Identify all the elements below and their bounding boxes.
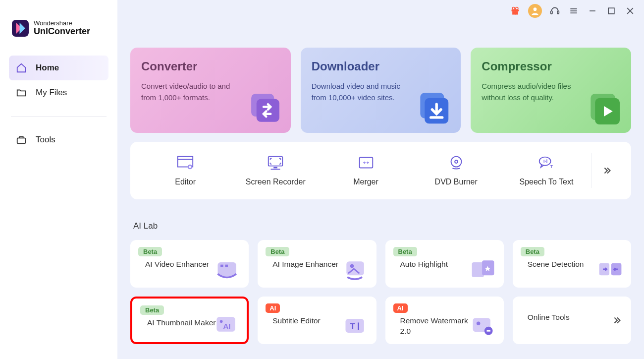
svg-point-6	[534, 7, 537, 11]
svg-point-51	[477, 322, 480, 325]
hero-title: Downloader	[312, 60, 450, 73]
support-icon[interactable]	[549, 5, 561, 17]
tool-merger[interactable]: Merger	[321, 155, 411, 186]
svg-text:T: T	[550, 164, 553, 169]
svg-point-32	[455, 160, 458, 163]
card-auto-highlight[interactable]: Beta Auto Highlight	[385, 240, 504, 288]
hero-title: Compressor	[482, 60, 620, 73]
card-title: AI Image Enhancer	[272, 259, 342, 270]
sidebar-item-home[interactable]: Home	[9, 56, 108, 80]
ailab-grid: Beta AI Video Enhancer Beta AI Image Enh…	[130, 240, 631, 344]
card-title: Scene Detection	[528, 259, 597, 270]
converter-icon	[241, 89, 286, 129]
svg-rect-7	[551, 11, 552, 14]
hero-desc: Compress audio/video files without loss …	[482, 80, 586, 104]
card-title: AI Video Enhancer	[145, 259, 215, 270]
video-enhancer-icon	[214, 257, 242, 282]
badge-ai: AI	[266, 303, 280, 313]
svg-point-4	[512, 7, 515, 10]
folder-icon	[16, 87, 27, 98]
svg-rect-36	[220, 265, 223, 267]
sidebar-item-label: Home	[36, 63, 59, 73]
chevron-double-right-icon	[601, 165, 612, 176]
editor-icon	[176, 155, 195, 171]
svg-rect-37	[225, 265, 228, 267]
section-title-ailab: AI Lab	[133, 221, 631, 231]
card-remove-watermark[interactable]: AI Remove Watermark 2.0	[385, 297, 504, 344]
tool-speechtotext[interactable]: T Speech To Text	[501, 155, 591, 186]
svg-rect-35	[218, 262, 236, 276]
menu-icon[interactable]	[568, 5, 580, 17]
hero-compressor[interactable]: Compressor Compress audio/video files wi…	[471, 48, 631, 133]
subtitle-editor-icon: T	[342, 313, 370, 338]
tool-dvdburner[interactable]: DVD Burner	[411, 155, 501, 186]
screen-recorder-icon	[266, 155, 285, 171]
product-name: UniConverter	[34, 27, 90, 37]
divider	[11, 116, 107, 117]
tool-label: DVD Burner	[435, 178, 478, 186]
minimize-button[interactable]	[587, 5, 598, 17]
logo-icon	[12, 20, 29, 37]
hero-title: Converter	[141, 60, 280, 73]
badge-beta: Beta	[521, 247, 544, 256]
hero-desc: Download video and music from 10,000+ vi…	[312, 80, 416, 104]
svg-point-31	[451, 157, 461, 167]
card-title: Subtitle Editor	[272, 316, 342, 326]
maximize-button[interactable]	[605, 5, 617, 17]
sidebar: Wondershare UniConverter Home My Files T…	[0, 0, 117, 359]
svg-rect-0	[17, 138, 26, 143]
sidebar-item-label: My Files	[36, 88, 67, 98]
svg-rect-30	[359, 158, 373, 168]
titlebar	[509, 4, 636, 18]
card-ai-video-enhancer[interactable]: Beta AI Video Enhancer	[130, 240, 249, 288]
tool-more[interactable]	[591, 153, 621, 188]
svg-point-39	[350, 264, 353, 268]
close-button[interactable]	[624, 5, 636, 17]
speech-to-text-icon: T	[537, 155, 556, 171]
hero-row: Converter Convert video/audio to and fro…	[130, 48, 631, 133]
svg-rect-8	[557, 11, 559, 14]
hero-desc: Convert video/audio to and from 1,000+ f…	[141, 80, 245, 104]
scene-detection-icon	[596, 257, 624, 282]
card-online-tools[interactable]: Online Tools	[513, 297, 631, 344]
card-scene-detection[interactable]: Beta Scene Detection	[513, 240, 631, 288]
badge-beta: Beta	[140, 305, 164, 315]
sidebar-item-label: Tools	[36, 135, 55, 145]
hero-downloader[interactable]: Downloader Download video and music from…	[301, 48, 461, 133]
tool-editor[interactable]: Editor	[140, 155, 230, 186]
tool-screenrecorder[interactable]: Screen Recorder	[230, 155, 321, 186]
hero-converter[interactable]: Converter Convert video/audio to and fro…	[130, 48, 291, 133]
svg-point-45	[220, 320, 223, 323]
badge-beta: Beta	[393, 247, 417, 256]
svg-text:T: T	[350, 322, 355, 331]
card-title: Auto Highlight	[400, 259, 470, 270]
card-title: Remove Watermark 2.0	[400, 316, 470, 337]
app-logo: Wondershare UniConverter	[9, 20, 108, 37]
auto-highlight-icon	[469, 257, 497, 282]
sidebar-item-myfiles[interactable]: My Files	[9, 80, 108, 105]
card-ai-thumbnail-maker[interactable]: Beta AI Thumbnail Maker AI	[130, 297, 249, 344]
card-title: AI Thumbnail Maker	[147, 318, 216, 328]
card-subtitle-editor[interactable]: AI Subtitle Editor T	[258, 297, 376, 344]
main-area: Converter Convert video/audio to and fro…	[117, 0, 644, 359]
card-title: Online Tools	[528, 312, 597, 323]
svg-point-5	[516, 7, 518, 10]
sidebar-item-tools[interactable]: Tools	[9, 127, 108, 152]
remove-watermark-icon	[469, 313, 497, 338]
gift-icon[interactable]	[509, 5, 521, 17]
home-icon	[16, 62, 27, 73]
user-avatar[interactable]	[528, 4, 542, 18]
downloader-icon	[411, 89, 456, 129]
image-enhancer-icon	[342, 257, 370, 282]
tool-label: Merger	[353, 178, 378, 186]
card-ai-image-enhancer[interactable]: Beta AI Image Enhancer	[258, 240, 376, 288]
dvd-burner-icon	[447, 155, 466, 171]
thumbnail-maker-icon: AI	[212, 311, 240, 336]
tool-strip: Editor Screen Recorder Merger DVD Burner…	[130, 142, 631, 199]
badge-beta: Beta	[266, 247, 289, 256]
chevron-double-right-icon	[611, 315, 622, 326]
tool-label: Screen Recorder	[246, 178, 306, 186]
svg-rect-13	[608, 8, 614, 14]
brand-name: Wondershare	[34, 20, 90, 27]
tool-label: Editor	[175, 178, 196, 186]
